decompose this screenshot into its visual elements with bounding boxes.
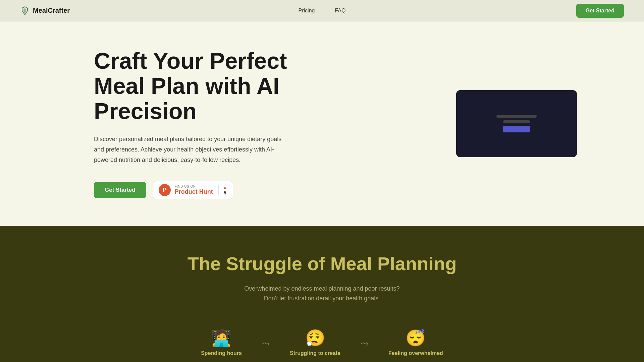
product-hunt-badge[interactable]: P FIND US ON Product Hunt ▲ 5 <box>153 181 233 199</box>
hero-description: Discover personalized meal plans tailore… <box>94 134 288 165</box>
struggle-card-1: 😮‍💨 Struggling to create <box>290 330 340 356</box>
product-hunt-find-us: FIND US ON <box>175 185 213 188</box>
dark-section: The Struggle of Meal Planning Overwhelme… <box>0 226 644 362</box>
struggle-card-2: 😴 Feeling overwhelmed <box>388 330 443 356</box>
struggle-label-2: Feeling overwhelmed <box>388 350 443 356</box>
nav-link-pricing[interactable]: Pricing <box>299 8 315 14</box>
hero-right <box>456 90 577 157</box>
product-hunt-icon: P <box>159 184 171 196</box>
product-hunt-name: Product Hunt <box>175 188 213 195</box>
dark-section-title: The Struggle of Meal Planning <box>20 253 624 275</box>
nav-link-faq[interactable]: FAQ <box>335 8 345 14</box>
video-bar-2 <box>503 120 530 123</box>
video-bar-1 <box>496 115 537 118</box>
struggle-label-0: Spending hours <box>201 350 242 356</box>
nav-links: Pricing FAQ <box>299 8 346 14</box>
arrow-connector-1: ⤳ <box>262 330 270 349</box>
hero-section: Craft Your Perfect Meal Plan with AI Pre… <box>0 21 644 226</box>
navbar: MealCrafter Pricing FAQ Get Started <box>0 0 644 21</box>
video-inner <box>496 115 537 132</box>
video-preview[interactable] <box>456 90 577 157</box>
product-hunt-votes: ▲ 5 <box>218 185 227 195</box>
dark-section-subtitle: Overwhelmed by endless meal planning and… <box>238 284 406 303</box>
struggle-emoji-1: 😮‍💨 <box>305 330 325 346</box>
struggle-card-0: 🧑‍💻 Spending hours <box>201 330 242 356</box>
hero-left: Craft Your Perfect Meal Plan with AI Pre… <box>94 48 329 199</box>
hero-title: Craft Your Perfect Meal Plan with AI Pre… <box>94 48 329 123</box>
struggle-emoji-2: 😴 <box>406 330 426 346</box>
struggle-cards: 🧑‍💻 Spending hours ⤳ 😮‍💨 Struggling to c… <box>20 323 624 356</box>
logo-area: MealCrafter <box>20 6 70 15</box>
hero-get-started-button[interactable]: Get Started <box>94 182 146 198</box>
logo-icon <box>20 6 30 15</box>
arrow-connector-2: ⤳ <box>361 330 368 349</box>
product-hunt-text: FIND US ON Product Hunt <box>175 185 213 195</box>
struggle-emoji-0: 🧑‍💻 <box>211 330 231 346</box>
upvote-arrow-icon: ▲ <box>223 185 227 190</box>
navbar-get-started-button[interactable]: Get Started <box>576 4 624 18</box>
product-hunt-vote-count: 5 <box>224 190 226 195</box>
struggle-label-1: Struggling to create <box>290 350 340 356</box>
hero-buttons: Get Started P FIND US ON Product Hunt ▲ … <box>94 181 329 199</box>
logo-text: MealCrafter <box>33 7 70 14</box>
video-button-visual <box>503 126 530 132</box>
